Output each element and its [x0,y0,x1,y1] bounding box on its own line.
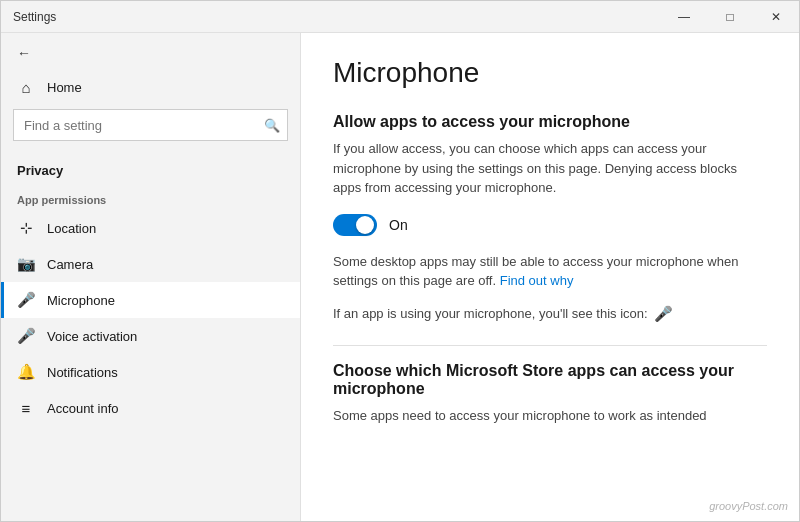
voice-label: Voice activation [47,329,137,344]
title-bar-controls: — □ ✕ [661,1,799,33]
camera-icon: 📷 [17,255,35,273]
close-button[interactable]: ✕ [753,1,799,33]
app-permissions-label: App permissions [1,188,300,210]
choose-description: Some apps need to access your microphone… [333,406,767,426]
watermark: groovyPost.com [709,500,788,512]
search-box: 🔍 [13,109,288,141]
allow-section-heading: Allow apps to access your microphone [333,113,767,131]
sidebar-item-voice[interactable]: 🎤 Voice activation [1,318,300,354]
find-out-link[interactable]: Find out why [500,273,574,288]
choose-section-heading: Choose which Microsoft Store apps can ac… [333,362,767,398]
sidebar-item-account[interactable]: ≡ Account info [1,390,300,426]
search-input[interactable] [13,109,288,141]
home-icon: ⌂ [17,79,35,96]
app-title: Settings [13,10,56,24]
home-label: Home [47,80,82,95]
camera-label: Camera [47,257,93,272]
divider [333,345,767,346]
allow-description: If you allow access, you can choose whic… [333,139,767,198]
microphone-toggle[interactable] [333,214,377,236]
main-layout: ← ⌂ Home 🔍 Privacy App permissions ⊹ Loc… [1,33,799,521]
sidebar: ← ⌂ Home 🔍 Privacy App permissions ⊹ Loc… [1,33,301,521]
mic-inline-icon: 🎤 [654,303,673,326]
privacy-label: Privacy [1,157,300,188]
maximize-button[interactable]: □ [707,1,753,33]
title-bar: Settings — □ ✕ [1,1,799,33]
back-button[interactable]: ← [1,37,300,69]
sidebar-item-notifications[interactable]: 🔔 Notifications [1,354,300,390]
back-icon: ← [17,45,31,61]
title-bar-left: Settings [13,10,56,24]
voice-icon: 🎤 [17,327,35,345]
toggle-row: On [333,214,767,236]
icon-note: If an app is using your microphone, you'… [333,303,767,326]
toggle-label: On [389,217,408,233]
account-label: Account info [47,401,119,416]
location-icon: ⊹ [17,219,35,237]
account-icon: ≡ [17,400,35,417]
sidebar-item-location[interactable]: ⊹ Location [1,210,300,246]
toggle-knob [356,216,374,234]
minimize-button[interactable]: — [661,1,707,33]
settings-window: Settings — □ ✕ ← ⌂ Home 🔍 Privacy [0,0,800,522]
desktop-note: Some desktop apps may still be able to a… [333,252,767,291]
search-icon: 🔍 [264,118,280,133]
notifications-icon: 🔔 [17,363,35,381]
page-title: Microphone [333,57,767,89]
notifications-label: Notifications [47,365,118,380]
microphone-icon: 🎤 [17,291,35,309]
content-area: Microphone Allow apps to access your mic… [301,33,799,521]
sidebar-item-home[interactable]: ⌂ Home [1,69,300,105]
sidebar-item-microphone[interactable]: 🎤 Microphone [1,282,300,318]
sidebar-item-camera[interactable]: 📷 Camera [1,246,300,282]
microphone-label: Microphone [47,293,115,308]
location-label: Location [47,221,96,236]
